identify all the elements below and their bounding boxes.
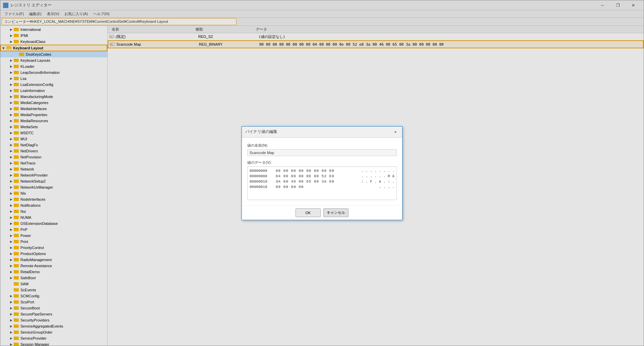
dialog-title: バイナリ値の編集 — [245, 129, 277, 135]
hex-bytes: 04 00 00 00 0E 00 52 E0 — [276, 174, 359, 179]
binary-edit-dialog: バイナリ値の編集 × 値の名前(N): Scancode Map 値のデータ(V… — [241, 126, 402, 220]
hex-bytes: 00 00 00 00 — [276, 184, 376, 190]
hex-chars: . . . . — [379, 184, 394, 190]
hex-bytes: 00 00 00 00 00 00 00 00 — [276, 168, 359, 174]
dialog-body: 値の名前(N): Scancode Map 値のデータ(V): 00000000… — [242, 138, 402, 205]
hex-chars: : . F . e . : . — [361, 179, 394, 184]
hex-chars: . . . . . . . . — [361, 168, 394, 174]
hex-line: 00000018 00 00 00 00 . . . . — [250, 184, 394, 190]
dialog-close-button[interactable]: × — [392, 129, 399, 135]
hex-addr: 00000008 — [250, 174, 273, 179]
hex-editor[interactable]: 00000000 00 00 00 00 00 00 00 00 . . . .… — [247, 166, 397, 200]
ok-button[interactable]: OK — [296, 208, 321, 217]
dialog-overlay: バイナリ値の編集 × 値の名前(N): Scancode Map 値のデータ(V… — [0, 0, 644, 346]
cancel-button[interactable]: キャンセル — [323, 208, 348, 217]
field-name-label: 値の名前(N): — [247, 143, 397, 148]
hex-addr: 00000018 — [250, 184, 273, 190]
field-data-label: 値のデータ(V): — [247, 160, 397, 165]
hex-line: 00000008 04 00 00 00 0E 00 52 E0 . . . .… — [250, 174, 394, 179]
dialog-title-bar: バイナリ値の編集 × — [242, 127, 402, 138]
hex-line: 00000000 00 00 00 00 00 00 00 00 . . . .… — [250, 168, 394, 174]
hex-addr: 00000000 — [250, 168, 273, 174]
hex-line: 00000010 3A 00 46 00 65 00 3A 00 : . F .… — [250, 179, 394, 184]
dialog-footer: OK キャンセル — [242, 205, 402, 220]
hex-addr: 00000010 — [250, 179, 273, 184]
registry-editor-window: レジストリ エディター ─ ❐ ✕ ファイル(F) 編集(E) 表示(V) お気… — [0, 0, 644, 346]
hex-chars: . . . . . . R à — [361, 174, 394, 179]
field-name-value: Scancode Map — [247, 149, 397, 156]
hex-bytes: 3A 00 46 00 65 00 3A 00 — [276, 179, 359, 184]
